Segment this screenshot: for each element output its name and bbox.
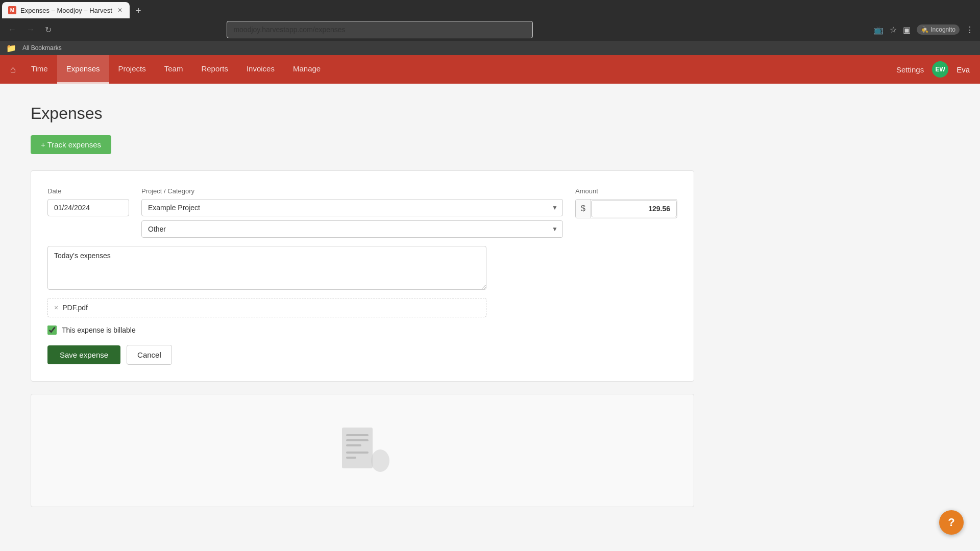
cancel-button[interactable]: Cancel [127, 345, 172, 365]
svg-rect-3 [346, 444, 361, 446]
selects-stack: Example Project ▼ Other ▼ [141, 199, 563, 238]
home-icon: ⌂ [10, 64, 16, 75]
nav-item-time[interactable]: Time [22, 55, 57, 84]
tab-title: Expenses – Moodjoy – Harvest [20, 7, 112, 14]
amount-field: $ [575, 199, 677, 218]
page-title: Expenses [31, 104, 949, 123]
username-label[interactable]: Eva [957, 65, 970, 74]
svg-point-6 [371, 449, 389, 472]
browser-chrome: M Expenses – Moodjoy – Harvest ✕ + ← → ↻… [0, 0, 980, 55]
incognito-icon: 🕵 [921, 26, 928, 33]
svg-rect-4 [346, 452, 369, 454]
nav-item-projects[interactable]: Projects [109, 55, 155, 84]
notes-textarea[interactable]: Today's expenses [47, 246, 486, 290]
incognito-badge: 🕵 Incognito [917, 24, 960, 35]
expense-form-card: Date Project / Category Example Project … [31, 170, 694, 382]
form-actions: Save expense Cancel [47, 345, 677, 365]
tab-close-button[interactable]: ✕ [116, 6, 124, 15]
amount-label: Amount [575, 187, 677, 195]
bookmarks-bar: 📁 All Bookmarks [0, 41, 980, 55]
file-remove-button[interactable]: × [54, 304, 58, 312]
svg-rect-0 [342, 428, 373, 468]
nav-items: Time Expenses Projects Team Reports Invo… [22, 55, 330, 84]
date-label: Date [47, 187, 129, 195]
nav-item-reports[interactable]: Reports [192, 55, 237, 84]
amount-input[interactable] [591, 200, 677, 217]
back-button[interactable]: ← [6, 23, 18, 36]
billable-row: This expense is billable [47, 325, 677, 335]
track-expenses-button[interactable]: + Track expenses [31, 135, 111, 154]
svg-rect-2 [346, 439, 369, 441]
file-name-label: PDF.pdf [62, 304, 88, 312]
nav-item-expenses[interactable]: Expenses [57, 55, 109, 84]
all-bookmarks-link[interactable]: All Bookmarks [18, 43, 66, 53]
empty-illustration [332, 425, 393, 476]
sidebar-icon[interactable]: ▣ [903, 25, 911, 35]
user-avatar[interactable]: EW [932, 61, 948, 78]
browser-actions: 📺 ☆ ▣ 🕵 Incognito ⋮ [873, 24, 974, 35]
nav-item-invoices[interactable]: Invoices [237, 55, 284, 84]
app-container: ⌂ Time Expenses Projects Team Reports In… [0, 55, 980, 528]
nav-item-team[interactable]: Team [155, 55, 192, 84]
form-header-row: Date Project / Category Example Project … [47, 187, 677, 238]
date-column: Date [47, 187, 129, 238]
project-category-column: Project / Category Example Project ▼ Oth… [141, 187, 563, 238]
cast-icon[interactable]: 📺 [873, 25, 884, 35]
active-tab[interactable]: M Expenses – Moodjoy – Harvest ✕ [2, 2, 130, 18]
save-expense-button[interactable]: Save expense [47, 345, 120, 364]
svg-rect-1 [346, 434, 369, 436]
settings-link[interactable]: Settings [896, 65, 924, 74]
svg-rect-5 [346, 457, 356, 459]
tab-bar: M Expenses – Moodjoy – Harvest ✕ + [0, 0, 980, 18]
bookmarks-folder-icon: 📁 [6, 43, 16, 53]
main-nav: ⌂ Time Expenses Projects Team Reports In… [0, 55, 980, 84]
file-upload-area[interactable]: × PDF.pdf [47, 298, 486, 317]
amount-column: Amount $ [575, 187, 677, 238]
notes-section: Today's expenses [47, 246, 486, 292]
category-select-wrapper: Other ▼ [141, 220, 563, 238]
date-input[interactable] [47, 199, 129, 216]
receipt-illustration [332, 425, 393, 476]
project-select-wrapper: Example Project ▼ [141, 199, 563, 216]
address-bar: ← → ↻ 📺 ☆ ▣ 🕵 Incognito ⋮ [0, 18, 980, 41]
nav-right: Settings EW Eva [896, 61, 970, 78]
billable-label: This expense is billable [62, 326, 136, 334]
new-tab-button[interactable]: + [132, 4, 145, 18]
page-content: Expenses + Track expenses Date Project /… [0, 84, 980, 528]
amount-prefix: $ [576, 199, 591, 218]
project-category-label: Project / Category [141, 187, 563, 195]
help-icon: ? [948, 516, 954, 528]
address-input[interactable] [227, 21, 533, 38]
file-upload-section: × PDF.pdf [47, 298, 486, 317]
menu-button[interactable]: ⋮ [966, 25, 974, 35]
bookmark-icon[interactable]: ☆ [890, 25, 897, 35]
home-link[interactable]: ⌂ [10, 64, 16, 75]
empty-state-card [31, 394, 694, 507]
nav-item-manage[interactable]: Manage [284, 55, 330, 84]
category-select[interactable]: Other [141, 220, 563, 238]
forward-button[interactable]: → [24, 23, 37, 36]
project-select[interactable]: Example Project [141, 199, 563, 216]
tab-favicon: M [8, 6, 16, 14]
refresh-button[interactable]: ↻ [43, 23, 54, 37]
billable-checkbox[interactable] [47, 325, 57, 335]
